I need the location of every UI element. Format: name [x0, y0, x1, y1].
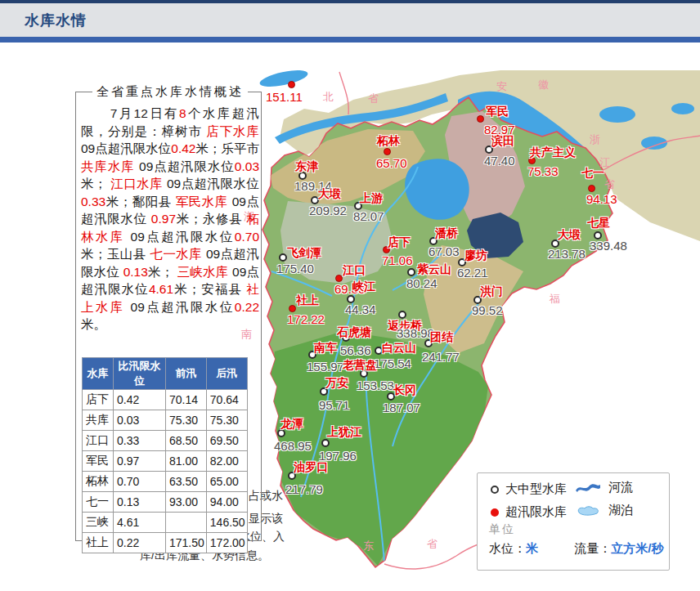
province-name-char: 安 — [496, 79, 508, 94]
table-cell: 81.00 — [166, 451, 207, 472]
over-limit-reservoir-marker[interactable] — [384, 148, 391, 155]
table-cell: 三峡 — [83, 513, 114, 533]
reservoir-name-label[interactable]: 江口 — [343, 263, 366, 278]
table-cell: 65.00 — [206, 472, 247, 492]
paragraph-segment: 米；永修县 — [176, 212, 247, 226]
over-limit-reservoir-marker[interactable] — [288, 81, 295, 88]
reservoir-name-label[interactable]: 老营盘 — [343, 358, 377, 373]
province-name-char: 省 — [427, 537, 438, 552]
paragraph-segment: 米； — [148, 265, 177, 279]
paragraph-segment: 0.97 — [151, 212, 176, 226]
reservoir-name-label[interactable]: 洪门 — [480, 284, 503, 299]
reservoir-name-label[interactable]: 店下 — [388, 235, 411, 250]
water-level-unit: 米 — [526, 541, 538, 555]
table-cell: 93.00 — [166, 492, 207, 513]
reservoir-name-label[interactable]: 长冈 — [393, 383, 416, 398]
table-row: 店下0.4270.1470.64 — [83, 390, 248, 410]
paragraph-segment: 4.61 — [149, 282, 173, 296]
reservoir-marker[interactable] — [407, 268, 415, 276]
legend-unit-title: 单位 — [489, 522, 515, 537]
table-cell: 店下 — [83, 390, 114, 410]
table-cell: 82.00 — [206, 451, 247, 472]
reservoir-name-label[interactable]: 团结 — [430, 330, 453, 345]
reservoir-name-label[interactable]: 廖坊 — [464, 248, 487, 263]
reservoir-name-label[interactable]: 石虎塘 — [337, 325, 371, 340]
reservoir-table: 水库比汛限水位前汛后汛 店下0.4270.1470.64共库0.0375.307… — [82, 357, 248, 553]
reservoir-name-label[interactable]: 共产主义 — [530, 146, 576, 160]
table-cell: 七一 — [83, 492, 114, 513]
table-cell: 70.64 — [206, 390, 247, 410]
table-cell: 社上 — [83, 533, 114, 553]
table-cell: 75.30 — [206, 410, 247, 431]
reservoir-water-level: 155.97 — [307, 360, 344, 374]
over-limit-reservoir-icon — [491, 508, 499, 517]
reservoir-name-label[interactable]: 潘桥 — [435, 226, 458, 241]
reservoir-name-label[interactable]: 峡江 — [352, 280, 375, 294]
river-icon — [574, 481, 602, 495]
paragraph-segment: 三峡水库 — [177, 265, 229, 279]
reservoir-name-label[interactable]: 大塅 — [318, 187, 341, 202]
reservoir-name-label[interactable]: 军民 — [486, 105, 509, 119]
reservoir-name-label[interactable]: 白云山 — [382, 341, 416, 356]
over-limit-reservoir-marker[interactable] — [289, 305, 296, 312]
reservoir-name-label[interactable]: 柘林 — [377, 134, 400, 149]
reservoir-water-level: 213.78 — [548, 247, 586, 261]
over-limit-reservoir-marker[interactable] — [477, 115, 484, 123]
reservoir-name-label[interactable]: 社上 — [296, 293, 319, 308]
table-cell: 171.50 — [166, 533, 207, 553]
table-cell: 172.00 — [206, 533, 247, 553]
reservoir-marker[interactable] — [279, 253, 287, 262]
overview-panel-title: 全省重点水库水情概述 — [92, 84, 248, 100]
province-name-char: 浙 — [590, 132, 601, 147]
table-cell: 0.13 — [114, 492, 166, 513]
reservoir-name-label[interactable]: 七星 — [587, 216, 610, 231]
reservoir-table-header: 水库比汛限水位前汛后汛 — [83, 358, 248, 390]
reservoir-marker[interactable] — [321, 439, 330, 447]
reservoir-name-label[interactable]: 万安 — [325, 376, 348, 391]
table-cell: 63.50 — [166, 472, 207, 492]
reservoir-name-label[interactable]: 滨田 — [491, 134, 514, 149]
flow-unit: 立方米/秒 — [611, 541, 663, 555]
reservoir-water-level: 56.36 — [340, 343, 371, 357]
paragraph-segment: 0.33 — [81, 195, 105, 208]
table-header-cell: 前汛 — [166, 358, 207, 390]
reservoir-name-label[interactable]: 南车 — [314, 341, 337, 356]
reservoir-name-label[interactable]: 紫云山 — [417, 262, 451, 277]
reservoir-water-level: 47.40 — [484, 154, 515, 168]
paragraph-segment: 0.22 — [235, 300, 259, 314]
reservoir-water-level: 468.95 — [274, 439, 312, 453]
over-limit-reservoir-marker[interactable] — [335, 275, 343, 282]
table-row: 柘林0.7063.5065.00 — [83, 472, 248, 492]
table-cell: 75.30 — [166, 410, 207, 431]
table-cell: 94.00 — [206, 492, 247, 513]
reservoir-name-label[interactable]: 东津 — [295, 159, 318, 174]
reservoir-name-label[interactable]: 大塅 — [558, 228, 581, 243]
paragraph-segment: 0.42 — [171, 141, 195, 155]
paragraph-segment: 米；乐平市 — [195, 141, 259, 155]
reservoir-name-label[interactable]: 上犹江 — [327, 425, 361, 440]
table-header-cell: 水库 — [83, 358, 114, 390]
table-cell: 共库 — [83, 410, 114, 431]
table-cell: 68.50 — [166, 431, 207, 451]
table-header-cell: 后汛 — [206, 358, 247, 390]
paragraph-segment: 店下水库 — [206, 124, 259, 138]
reservoir-name-label[interactable]: 上游 — [360, 191, 383, 206]
reservoir-marker[interactable] — [398, 311, 406, 319]
reservoir-name-label[interactable]: 龙潭 — [280, 417, 303, 432]
table-cell: 69.50 — [206, 431, 247, 451]
over-limit-reservoir-marker[interactable] — [588, 185, 595, 192]
paragraph-segment: 09点超汛限水位 — [125, 230, 235, 244]
table-cell: 146.50 — [206, 513, 247, 533]
table-row: 社上0.22171.50172.00 — [83, 533, 248, 553]
page-title: 水库水情 — [25, 11, 87, 30]
reservoir-name-label[interactable]: 油罗口 — [294, 460, 328, 475]
reservoir-name-label[interactable]: 飞剑潭 — [287, 246, 321, 261]
table-cell: 0.22 — [114, 533, 166, 553]
paragraph-segment: 共库水库 — [81, 159, 135, 173]
reservoir-name-label[interactable]: 七一 — [581, 166, 604, 181]
reservoir-water-level: 175.40 — [276, 262, 314, 275]
table-row: 共库0.0375.3075.30 — [83, 410, 248, 431]
paragraph-segment: 米；玉山县 — [81, 247, 150, 261]
paragraph-segment: 0.03 — [235, 159, 259, 173]
table-cell: 70.14 — [166, 390, 207, 410]
